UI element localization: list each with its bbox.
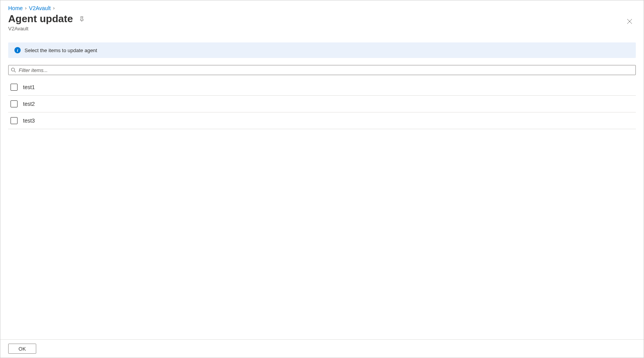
content-area: i Select the items to update agent test1… xyxy=(0,32,644,339)
info-banner-text: Select the items to update agent xyxy=(25,47,97,53)
filter-input[interactable] xyxy=(8,65,636,75)
svg-point-3 xyxy=(11,68,14,71)
chevron-right-icon: › xyxy=(25,5,26,11)
page-title: Agent update xyxy=(8,13,73,25)
close-button[interactable] xyxy=(623,15,636,28)
footer: OK xyxy=(0,339,644,358)
info-banner: i Select the items to update agent xyxy=(8,42,636,58)
breadcrumb-link-vault[interactable]: V2Avault xyxy=(29,5,51,11)
item-label: test1 xyxy=(23,84,35,90)
title-line: Agent update xyxy=(8,13,85,25)
chevron-right-icon: › xyxy=(53,5,55,11)
page-header: Agent update V2Avault xyxy=(0,11,644,32)
pin-icon[interactable] xyxy=(78,16,85,23)
list-item[interactable]: test1 xyxy=(8,79,636,96)
checkbox[interactable] xyxy=(11,84,18,91)
title-block: Agent update V2Avault xyxy=(8,13,85,32)
info-icon: i xyxy=(14,47,21,53)
list-item[interactable]: test3 xyxy=(8,112,636,129)
svg-line-4 xyxy=(14,71,16,72)
checkbox[interactable] xyxy=(11,117,18,124)
ok-button[interactable]: OK xyxy=(8,344,36,354)
checkbox[interactable] xyxy=(11,100,18,107)
item-label: test2 xyxy=(23,101,35,107)
item-label: test3 xyxy=(23,118,35,124)
list-item[interactable]: test2 xyxy=(8,96,636,112)
breadcrumb-link-home[interactable]: Home xyxy=(8,5,23,11)
search-icon xyxy=(11,68,16,73)
page-subtitle: V2Avault xyxy=(8,26,85,32)
filter-wrap xyxy=(8,65,636,75)
breadcrumb: Home › V2Avault › xyxy=(0,0,644,11)
